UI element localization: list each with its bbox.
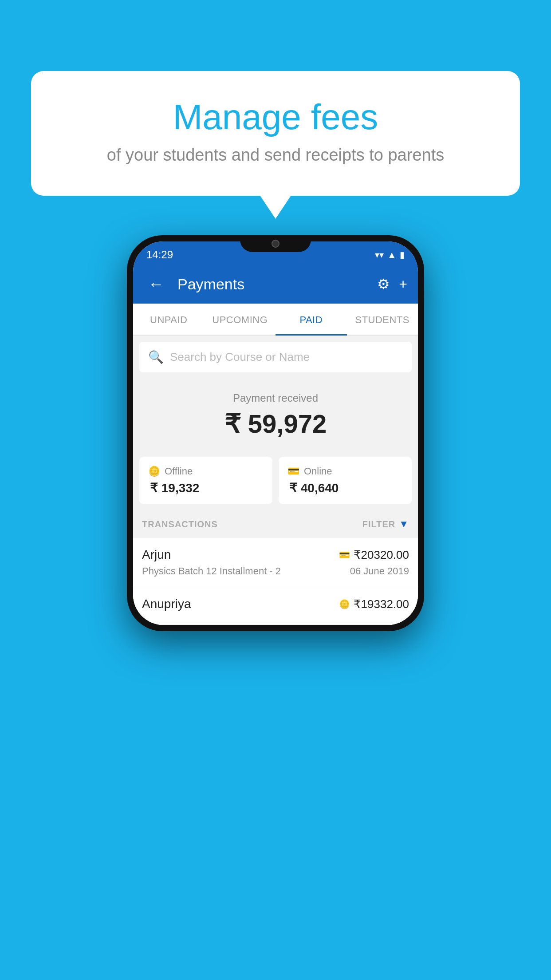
payment-received-section: Payment received ₹ 59,972	[133, 379, 418, 457]
transaction-bottom: Physics Batch 12 Installment - 2 06 June…	[142, 565, 409, 577]
tabs-container: UNPAID UPCOMING PAID STUDENTS	[133, 304, 418, 336]
transaction-name-2: Anupriya	[142, 597, 191, 611]
offline-card: 🪙 Offline ₹ 19,332	[139, 457, 272, 504]
tab-paid[interactable]: PAID	[276, 304, 347, 335]
search-bar[interactable]: 🔍 Search by Course or Name	[139, 342, 412, 372]
online-card-header: 💳 Online	[287, 466, 403, 477]
tab-unpaid[interactable]: UNPAID	[133, 304, 205, 335]
bubble-title: Manage fees	[62, 98, 489, 137]
battery-icon: ▮	[400, 249, 405, 260]
app-bar-actions: ⚙ +	[377, 276, 407, 292]
offline-icon: 🪙	[148, 466, 160, 477]
transaction-top: Arjun 💳 ₹20320.00	[142, 548, 409, 562]
back-button[interactable]: ←	[144, 270, 169, 298]
transaction-top-2: Anupriya 🪙 ₹19332.00	[142, 597, 409, 611]
online-card: 💳 Online ₹ 40,640	[279, 457, 412, 504]
filter-icon: ▼	[399, 518, 409, 530]
transaction-date: 06 June 2019	[350, 565, 409, 577]
payment-received-label: Payment received	[142, 392, 409, 404]
phone-outer: 14:29 ▾▾ ▲ ▮ ← Payments ⚙ +	[127, 235, 424, 631]
transaction-name: Arjun	[142, 548, 171, 562]
phone-notch	[240, 235, 311, 252]
online-amount: ₹ 40,640	[287, 481, 403, 495]
transaction-amount-2: ₹19332.00	[354, 597, 409, 611]
tab-upcoming[interactable]: UPCOMING	[205, 304, 276, 335]
status-time: 14:29	[146, 249, 173, 261]
notch-camera	[272, 240, 279, 248]
transaction-amount: ₹20320.00	[354, 548, 409, 562]
filter-button[interactable]: FILTER ▼	[362, 518, 409, 530]
transaction-amount-wrap: 💳 ₹20320.00	[339, 548, 409, 562]
transaction-row[interactable]: Anupriya 🪙 ₹19332.00	[133, 587, 418, 625]
phone-mockup: 14:29 ▾▾ ▲ ▮ ← Payments ⚙ +	[127, 235, 424, 631]
online-icon: 💳	[287, 466, 299, 477]
offline-card-header: 🪙 Offline	[148, 466, 264, 477]
speech-bubble-container: Manage fees of your students and send re…	[31, 71, 520, 196]
payment-cards: 🪙 Offline ₹ 19,332 💳 Online ₹ 40,640	[139, 457, 412, 504]
add-icon[interactable]: +	[399, 276, 407, 292]
transactions-label: TRANSACTIONS	[142, 519, 218, 530]
speech-bubble: Manage fees of your students and send re…	[31, 71, 520, 196]
app-bar: ← Payments ⚙ +	[133, 265, 418, 304]
content-area: 🔍 Search by Course or Name Payment recei…	[133, 336, 418, 625]
offline-amount: ₹ 19,332	[148, 481, 264, 495]
transaction-row[interactable]: Arjun 💳 ₹20320.00 Physics Batch 12 Insta…	[133, 538, 418, 587]
settings-icon[interactable]: ⚙	[377, 276, 390, 292]
offline-label: Offline	[165, 466, 193, 477]
search-placeholder: Search by Course or Name	[170, 350, 310, 364]
transaction-amount-wrap-2: 🪙 ₹19332.00	[339, 597, 409, 611]
tab-students[interactable]: STUDENTS	[347, 304, 418, 335]
app-bar-title: Payments	[177, 276, 368, 293]
payment-received-amount: ₹ 59,972	[142, 409, 409, 439]
online-label: Online	[304, 466, 332, 477]
cash-payment-icon: 🪙	[339, 599, 350, 609]
signal-icon: ▲	[387, 250, 396, 260]
search-icon: 🔍	[148, 350, 164, 364]
card-payment-icon: 💳	[339, 549, 350, 560]
status-icons: ▾▾ ▲ ▮	[375, 249, 405, 260]
transaction-course: Physics Batch 12 Installment - 2	[142, 565, 281, 577]
wifi-icon: ▾▾	[375, 249, 384, 260]
filter-label: FILTER	[362, 519, 396, 530]
transactions-header: TRANSACTIONS FILTER ▼	[133, 510, 418, 538]
phone-screen: 14:29 ▾▾ ▲ ▮ ← Payments ⚙ +	[133, 241, 418, 625]
bubble-subtitle: of your students and send receipts to pa…	[62, 146, 489, 165]
